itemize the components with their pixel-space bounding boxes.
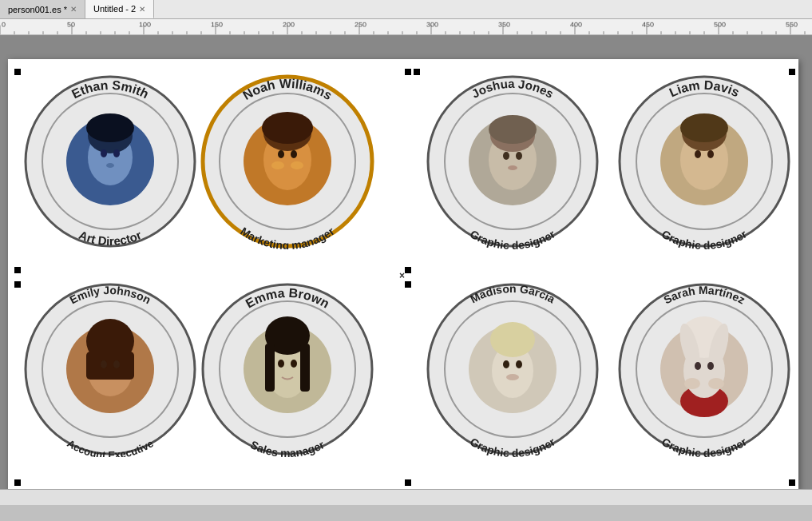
badge-madison[interactable]: Madison García Graphic designer	[425, 281, 600, 457]
svg-rect-60	[265, 344, 275, 392]
x-marker: ×	[399, 270, 405, 281]
svg-point-71	[503, 360, 509, 368]
svg-point-29	[489, 115, 537, 144]
svg-point-9	[106, 163, 114, 168]
svg-point-85	[707, 362, 714, 370]
selection-handle-br	[405, 267, 411, 273]
badge-noah[interactable]: Noah Williams Marketing manager	[200, 74, 375, 249]
svg-point-40	[680, 113, 728, 142]
svg-point-72	[516, 360, 522, 368]
ruler	[0, 19, 812, 35]
tab-label: person001.es *	[8, 5, 67, 14]
svg-point-8	[113, 149, 120, 157]
svg-point-19	[291, 161, 303, 169]
selection-handle-br2	[405, 281, 411, 288]
artboard: ×	[8, 59, 798, 491]
status-bar	[0, 489, 812, 505]
svg-point-84	[695, 362, 701, 370]
svg-point-70	[490, 322, 535, 357]
badge-emily[interactable]: Emily Johnson Account Executive	[22, 281, 198, 457]
ruler-canvas	[0, 19, 812, 34]
svg-point-17	[262, 112, 313, 144]
selection-handle-bl2	[14, 281, 21, 288]
badge-emma[interactable]: Emma Brown Sales manager	[200, 281, 375, 457]
svg-point-87	[708, 378, 724, 389]
badge-sarah[interactable]: Sarah Martínez Graphic designer	[616, 281, 792, 457]
title-bar: person001.es * ✕ Untitled - 2 ✕	[0, 0, 812, 19]
badge-joshua[interactable]: Joshua Jones Graphic designer	[425, 74, 600, 249]
tab-close-untitled[interactable]: ✕	[139, 5, 145, 14]
svg-point-31	[516, 152, 522, 160]
svg-point-62	[278, 360, 284, 368]
selection-handle-bbl2	[14, 479, 21, 486]
selection-handle-tr	[405, 69, 411, 75]
selection-handle-bl	[14, 267, 21, 273]
svg-point-51	[101, 360, 107, 368]
tab-person001[interactable]: person001.es * ✕	[0, 0, 85, 18]
badge-liam[interactable]: Liam Davis Graphic designer	[616, 74, 792, 249]
svg-point-63	[291, 360, 297, 368]
tab-close-icon[interactable]: ✕	[70, 5, 77, 14]
svg-point-6	[86, 113, 134, 142]
svg-point-42	[707, 150, 714, 158]
tab-untitled[interactable]: Untitled - 2 ✕	[85, 0, 154, 18]
selection-handle-rbr	[789, 479, 795, 486]
svg-point-7	[101, 149, 107, 157]
svg-point-41	[695, 150, 701, 158]
svg-point-52	[113, 360, 120, 368]
selection-handle-tl	[14, 69, 21, 75]
selection-handle-rtl	[414, 69, 420, 75]
svg-point-30	[503, 152, 509, 160]
tab-label-untitled: Untitled - 2	[93, 4, 136, 14]
svg-point-20	[278, 150, 284, 158]
svg-rect-61	[300, 344, 310, 392]
svg-point-73	[506, 374, 519, 380]
selection-handle-bbr2	[405, 479, 411, 486]
canvas-area: ×	[0, 35, 812, 505]
svg-point-21	[291, 150, 297, 158]
svg-point-18	[271, 161, 284, 169]
svg-point-86	[684, 378, 700, 389]
svg-rect-50	[86, 352, 134, 380]
badge-ethan[interactable]: Ethan Smith Art Director	[22, 74, 198, 249]
svg-point-32	[508, 165, 517, 170]
